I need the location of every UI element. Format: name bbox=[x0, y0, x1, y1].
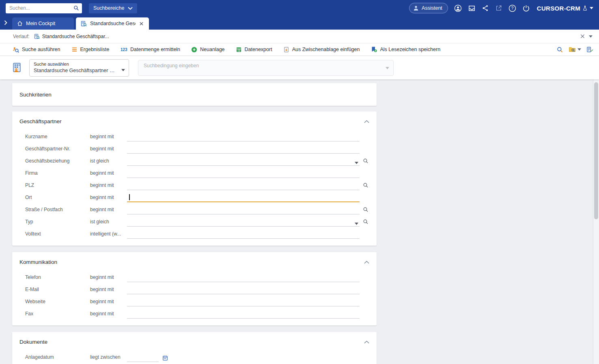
criteria-row-anlagedatum: Anlagedatum liegt zwischen bbox=[12, 351, 377, 363]
lookup-search-icon[interactable] bbox=[362, 206, 369, 213]
close-icon[interactable] bbox=[139, 21, 144, 26]
search-select-label: Suche auswählen bbox=[34, 62, 118, 66]
calendar-icon[interactable] bbox=[162, 355, 168, 361]
history-label: Verlauf: bbox=[13, 34, 30, 39]
operator-select[interactable]: beginnt mit bbox=[90, 274, 127, 280]
search-condition-field[interactable]: Suchbedingung eingeben bbox=[138, 60, 394, 76]
chevron-down-icon bbox=[128, 7, 133, 10]
chevron-down-icon[interactable] bbox=[355, 223, 358, 225]
chevron-up-icon[interactable] bbox=[362, 340, 371, 345]
section-title: Geschäftspartner bbox=[19, 118, 62, 124]
field-label: Fax bbox=[25, 311, 90, 317]
assistant-button[interactable]: Assistent bbox=[409, 3, 448, 13]
criteria-input[interactable] bbox=[127, 145, 360, 154]
operator-select[interactable]: beginnt mit bbox=[90, 195, 127, 200]
lookup-search-icon[interactable] bbox=[362, 218, 369, 225]
data-export-button[interactable]: Datenexport bbox=[236, 47, 272, 53]
operator-select[interactable]: beginnt mit bbox=[90, 170, 127, 176]
search-document-icon bbox=[81, 21, 87, 27]
criteria-input[interactable] bbox=[127, 157, 360, 166]
operator-select[interactable]: beginnt mit bbox=[90, 134, 127, 139]
power-icon[interactable] bbox=[522, 4, 530, 12]
tab-label: Mein Cockpit bbox=[26, 21, 55, 26]
operator-select[interactable]: liegt zwischen bbox=[90, 354, 127, 360]
brand-text: CURSOR-CRM bbox=[537, 5, 580, 12]
account-icon[interactable] bbox=[454, 4, 462, 12]
list-icon bbox=[71, 47, 78, 52]
run-search-icon bbox=[12, 46, 19, 53]
toggle-search-fields-icon[interactable] bbox=[586, 46, 593, 53]
search-icon[interactable] bbox=[73, 5, 79, 11]
global-search-input[interactable] bbox=[6, 3, 82, 13]
operator-select[interactable]: ist gleich bbox=[90, 158, 127, 164]
chevron-down-icon[interactable] bbox=[589, 35, 593, 38]
criteria-input[interactable] bbox=[127, 169, 360, 178]
criteria-input[interactable] bbox=[127, 206, 360, 214]
field-label: Kurzname bbox=[25, 134, 90, 139]
criteria-input[interactable] bbox=[127, 218, 360, 227]
assistant-label: Assistent bbox=[422, 5, 442, 11]
count-123-icon: 123 bbox=[120, 47, 127, 52]
criteria-input[interactable] bbox=[127, 230, 360, 239]
criteria-row-ort: Ort beginnt mit bbox=[12, 191, 377, 203]
chevron-up-icon[interactable] bbox=[362, 260, 371, 265]
operator-select[interactable]: beginnt mit bbox=[90, 182, 127, 188]
operator-select[interactable]: beginnt mit bbox=[90, 311, 127, 317]
assistant-icon bbox=[413, 5, 419, 11]
criteria-row-plz: PLZ beginnt mit bbox=[12, 179, 377, 191]
result-list-button[interactable]: Ergebnisliste bbox=[71, 47, 110, 52]
paste-clipboard-button[interactable]: Aus Zwischenablage einfügen bbox=[283, 46, 360, 53]
tab-standardsuche[interactable]: Standardsuche Gesc... bbox=[76, 17, 149, 30]
tab-mein-cockpit[interactable]: Mein Cockpit bbox=[12, 17, 74, 30]
zoom-search-icon[interactable] bbox=[556, 46, 563, 53]
criteria-input[interactable] bbox=[127, 286, 360, 294]
search-condition-placeholder: Suchbedingung eingeben bbox=[144, 63, 199, 69]
text-caret bbox=[129, 194, 130, 200]
criteria-row-fax: Fax beginnt mit bbox=[12, 308, 377, 320]
operator-select[interactable]: beginnt mit bbox=[90, 287, 127, 292]
run-search-button[interactable]: Suche ausführen bbox=[12, 46, 60, 53]
criteria-input[interactable] bbox=[127, 298, 360, 306]
saved-searches-icon[interactable] bbox=[569, 46, 581, 53]
new-record-button[interactable]: Neuanlage bbox=[191, 47, 224, 53]
count-records-label: Datenmenge ermitteln bbox=[130, 47, 180, 52]
operator-select[interactable]: ist gleich bbox=[90, 219, 127, 225]
lookup-search-icon[interactable] bbox=[362, 158, 369, 164]
operator-select[interactable]: beginnt mit bbox=[90, 146, 127, 152]
history-item[interactable]: Standardsuche Geschäftspar... bbox=[34, 34, 109, 39]
inbox-icon[interactable] bbox=[468, 4, 476, 12]
clear-history-icon[interactable] bbox=[580, 34, 585, 39]
brand-logo[interactable]: CURSOR-CRM bbox=[537, 5, 593, 12]
field-label: E-Mail bbox=[25, 287, 90, 292]
chevron-down-icon bbox=[590, 7, 593, 9]
field-label: PLZ bbox=[25, 182, 90, 188]
save-bookmark-button[interactable]: Als Lesezeichen speichern bbox=[371, 46, 440, 53]
search-areas-button[interactable]: Suchbereiche bbox=[89, 3, 137, 13]
lookup-search-icon[interactable] bbox=[362, 182, 369, 188]
criteria-input[interactable] bbox=[127, 310, 360, 319]
search-document-icon bbox=[34, 34, 40, 39]
search-select-dropdown[interactable]: Suche auswählen Standardsuche Geschäftsp… bbox=[29, 59, 129, 77]
criteria-input[interactable] bbox=[127, 133, 360, 141]
result-list-label: Ergebnisliste bbox=[80, 47, 110, 52]
criteria-input[interactable] bbox=[127, 182, 360, 190]
scrollbar-thumb[interactable] bbox=[594, 82, 598, 219]
criteria-title-card: Suchkriterien bbox=[12, 83, 377, 106]
criteria-input[interactable] bbox=[127, 274, 360, 282]
field-label: Typ bbox=[25, 219, 90, 225]
chevron-up-icon[interactable] bbox=[362, 119, 371, 124]
external-link-icon[interactable] bbox=[495, 4, 502, 12]
operator-select[interactable]: beginnt mit bbox=[90, 299, 127, 304]
expand-navigation-button[interactable] bbox=[1, 17, 10, 29]
help-icon[interactable]: ? bbox=[509, 4, 516, 12]
chevron-down-icon[interactable] bbox=[355, 162, 358, 164]
count-records-button[interactable]: 123 Datenmenge ermitteln bbox=[120, 47, 180, 52]
operator-select[interactable]: intelligent (w... bbox=[90, 231, 127, 237]
share-icon[interactable] bbox=[482, 4, 489, 12]
tab-label: Standardsuche Gesc... bbox=[90, 21, 136, 26]
date-from-input[interactable] bbox=[127, 353, 159, 362]
tab-bar: Mein Cockpit Standardsuche Gesc... bbox=[0, 16, 599, 30]
operator-select[interactable]: beginnt mit bbox=[90, 207, 127, 212]
vertical-scrollbar[interactable] bbox=[593, 79, 599, 364]
criteria-input-focused[interactable] bbox=[127, 194, 360, 202]
